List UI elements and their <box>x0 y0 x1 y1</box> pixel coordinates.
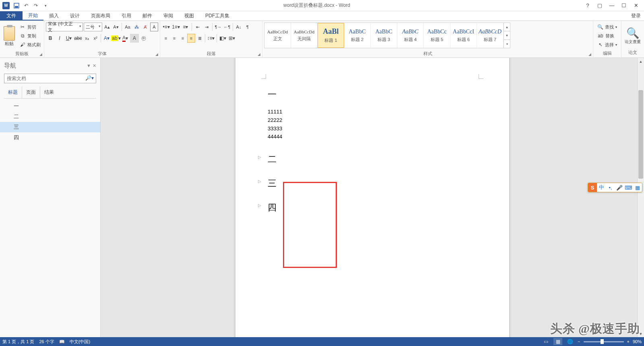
enclose-characters-button[interactable]: ㊥ <box>139 34 148 43</box>
change-case-button[interactable]: Aa <box>124 23 132 31</box>
styles-launcher[interactable]: ◢ <box>587 52 592 57</box>
tab-references[interactable]: 引用 <box>116 11 137 21</box>
style-normal[interactable]: AaBbCcDd正文 <box>264 23 291 48</box>
nav-item-1[interactable]: 一 <box>0 101 100 111</box>
show-marks-button[interactable]: ¶ <box>244 23 252 31</box>
ime-punct-icon[interactable]: •, <box>606 185 615 191</box>
format-painter-button[interactable]: 🖌格式刷 <box>18 40 42 49</box>
status-language[interactable]: 中文(中国) <box>70 339 90 345</box>
bullets-button[interactable]: •≡▾ <box>162 23 171 31</box>
text-effects-button[interactable]: A▾ <box>102 34 111 43</box>
scroll-up-button[interactable]: ▲ <box>638 58 644 65</box>
nav-item-3[interactable]: 三 <box>0 122 100 132</box>
tab-layout[interactable]: 页面布局 <box>85 11 116 21</box>
clipboard-launcher[interactable]: ◢ <box>38 52 43 57</box>
ime-voice-icon[interactable]: 🎤 <box>615 185 624 191</box>
sort-button[interactable]: A↓ <box>235 23 243 31</box>
view-read-mode[interactable]: ▭ <box>541 338 550 345</box>
underline-button[interactable]: U▾ <box>64 34 73 43</box>
gallery-down-button[interactable]: ▼ <box>504 31 510 40</box>
tab-design[interactable]: 设计 <box>64 11 85 21</box>
italic-button[interactable]: I <box>55 34 64 43</box>
superscript-button[interactable]: x² <box>91 34 99 43</box>
style-heading6[interactable]: AaBbCcI标题 6 <box>450 23 477 48</box>
multilevel-list-button[interactable]: ≡▾ <box>181 23 190 31</box>
status-words[interactable]: 26 个字 <box>39 339 54 345</box>
body-line[interactable]: 44444 <box>268 133 477 141</box>
subscript-button[interactable]: x₂ <box>83 34 91 43</box>
justify-button[interactable]: ≡ <box>187 34 195 43</box>
view-print-layout[interactable]: ▦ <box>553 338 562 345</box>
paragraph-launcher[interactable]: ◢ <box>256 52 261 57</box>
character-shading-button[interactable]: A <box>130 34 139 43</box>
login-link[interactable]: 登录 <box>628 11 644 21</box>
strikethrough-button[interactable]: abc <box>74 34 83 43</box>
gallery-more-button[interactable]: ▾ <box>504 40 510 48</box>
style-heading4[interactable]: AaBbC标题 4 <box>397 23 424 48</box>
align-left-button[interactable]: ≡ <box>162 34 170 43</box>
close-button[interactable]: ✕ <box>630 1 642 10</box>
distributed-button[interactable]: ≣ <box>196 34 204 43</box>
nav-close-button[interactable]: ✕ <box>93 63 96 68</box>
file-tab[interactable]: 文件 <box>0 11 23 21</box>
tab-review[interactable]: 审阅 <box>158 11 179 21</box>
nav-tab-headings[interactable]: 标题 <box>4 86 22 98</box>
tab-home[interactable]: 开始 <box>23 11 43 21</box>
shrink-font-button[interactable]: A▾ <box>112 23 120 31</box>
ime-logo[interactable]: S <box>588 183 597 192</box>
style-heading5[interactable]: AaBbCc标题 5 <box>424 23 450 48</box>
tab-mailings[interactable]: 邮件 <box>137 11 158 21</box>
tab-view[interactable]: 视图 <box>179 11 200 21</box>
borders-button[interactable]: ⊞▾ <box>227 34 236 43</box>
copy-button[interactable]: ⧉复制 <box>18 31 42 40</box>
style-no-spacing[interactable]: AaBbCcDd无间隔 <box>291 23 318 48</box>
ime-lang[interactable]: 中 <box>597 184 606 191</box>
line-spacing-button[interactable]: ↕≡▾ <box>206 34 215 43</box>
font-launcher[interactable]: ◢ <box>154 52 159 57</box>
redo-button[interactable]: ↷ <box>31 1 40 10</box>
ribbon-display-button[interactable]: ▢ <box>594 1 605 10</box>
numbering-button[interactable]: 1≡▾ <box>171 23 180 31</box>
grow-font-button[interactable]: A▴ <box>103 23 111 31</box>
save-button[interactable] <box>12 1 21 10</box>
ime-menu-icon[interactable]: ▦ <box>633 185 642 191</box>
shading-button[interactable]: ◧▾ <box>218 34 227 43</box>
vertical-scrollbar[interactable]: ▲ ▼ <box>637 58 644 337</box>
bold-button[interactable]: B <box>46 34 55 43</box>
cut-button[interactable]: ✂剪切 <box>18 23 42 31</box>
body-line[interactable]: 11111 <box>268 108 477 116</box>
tab-pdf[interactable]: PDF工具集 <box>200 11 235 21</box>
zoom-in-button[interactable]: + <box>627 339 630 344</box>
status-page[interactable]: 第 1 页，共 1 页 <box>2 339 34 345</box>
font-color-button[interactable]: A▾ <box>121 34 130 43</box>
align-right-button[interactable]: ≡ <box>179 34 187 43</box>
minimize-button[interactable]: — <box>606 1 617 10</box>
undo-button[interactable]: ↶ <box>22 1 31 10</box>
ime-toolbar[interactable]: S 中 •, 🎤 ⌨ ▦ <box>588 183 642 192</box>
zoom-out-button[interactable]: − <box>578 339 580 344</box>
view-web-layout[interactable]: 🌐 <box>566 338 574 345</box>
zoom-slider[interactable] <box>584 341 624 342</box>
style-heading2[interactable]: AaBbC标题 2 <box>344 23 371 48</box>
replace-button[interactable]: ab替换 <box>596 31 619 40</box>
font-name-combo[interactable]: 宋体 (中文正文 <box>46 23 83 31</box>
zoom-thumb[interactable] <box>601 339 604 344</box>
decrease-indent-button[interactable]: ⇤ <box>194 23 202 31</box>
font-size-combo[interactable]: 二号 <box>84 23 102 31</box>
character-border-button[interactable]: A <box>150 23 158 31</box>
body-line[interactable]: 33333 <box>268 125 477 133</box>
status-proofing-icon[interactable]: 📖 <box>59 339 65 345</box>
nav-dropdown[interactable]: ▼ <box>87 63 91 68</box>
zoom-level[interactable]: 90% <box>633 339 642 344</box>
collapsed-heading-2[interactable]: 二 <box>268 153 477 165</box>
style-heading3[interactable]: AaBbC标题 3 <box>371 23 397 48</box>
qat-customize[interactable]: ▾ <box>41 1 50 10</box>
tab-insert[interactable]: 插入 <box>43 11 64 21</box>
nav-item-4[interactable]: 四 <box>0 132 100 143</box>
document-content[interactable]: 一 11111 22222 33333 44444 二 三 四 <box>268 86 477 226</box>
style-heading7[interactable]: AaBbCcD标题 7 <box>477 23 504 48</box>
help-button[interactable]: ? <box>582 1 593 10</box>
thesis-check-button[interactable]: 🔍 论文查重 <box>623 22 642 49</box>
search-icon[interactable]: 🔎▾ <box>85 75 94 81</box>
ime-keyboard-icon[interactable]: ⌨ <box>624 185 633 191</box>
